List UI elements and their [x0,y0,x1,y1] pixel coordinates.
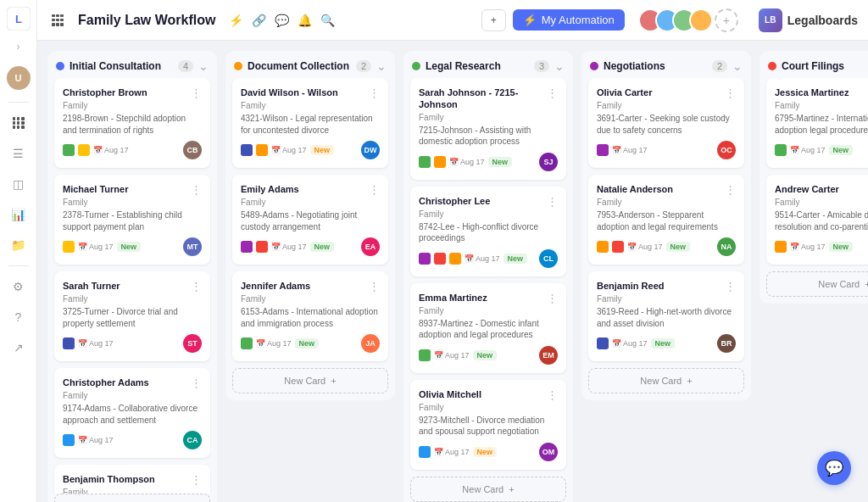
card-name: Natalie Anderson [597,183,721,195]
card-menu-icon[interactable]: ⋮ [725,86,736,99]
new-card-button[interactable]: New Card+ [232,368,388,393]
new-card-plus-icon: + [865,279,868,289]
card-header: Olivia Carter ⋮ [597,86,736,99]
column-negotiations: Negotiations 2 ⌄ Olivia Carter ⋮ Family … [581,51,751,400]
card-date: 📅 Aug 17 [434,448,470,456]
card-tag [419,446,431,458]
card-tag [775,241,787,253]
card-badge: New [829,242,854,252]
column-menu-icon[interactable]: ⌄ [198,59,209,73]
legalboards-brand: LB Legalboards [759,8,858,32]
card-menu-icon[interactable]: ⋮ [547,195,558,208]
link-icon[interactable]: 🔗 [252,14,266,27]
card-date: 📅 Aug 17 [256,339,292,348]
add-member-button[interactable]: + [715,8,738,32]
card-menu-icon[interactable]: ⋮ [547,388,558,401]
card[interactable]: Jessica Martinez ⋮ Family 6795-Martinez … [766,78,868,168]
card-tag [63,434,75,446]
card[interactable]: Christopher Lee ⋮ Family 8742-Lee - High… [410,187,566,276]
card-category: Family [419,403,558,412]
card-header: Andrew Carter ⋮ [775,183,868,196]
card[interactable]: Olivia Mitchell ⋮ Family 9273-Mitchell -… [410,380,566,470]
card[interactable]: Sarah Johnson - 7215-Johnson ⋮ Family 72… [410,78,566,180]
new-card-button[interactable]: New Card+ [410,477,566,502]
column-color-dot [412,62,420,70]
column-menu-icon[interactable]: ⌄ [732,59,743,73]
card-header: Jennifer Adams ⋮ [241,280,380,293]
card[interactable]: Christopher Adams ⋮ Family 9174-Adams - … [54,368,210,458]
card[interactable]: Benjamin Thompson ⋮ Family 1567-Thompson… [54,465,210,494]
card[interactable]: Benjamin Reed ⋮ Family 3619-Reed - High-… [588,271,744,361]
card-menu-icon[interactable]: ⋮ [369,183,380,196]
card-menu-icon[interactable]: ⋮ [191,183,202,196]
column-body: David Wilson - Wilson ⋮ Family 4321-Wils… [225,78,395,368]
card-menu-icon[interactable]: ⋮ [725,280,736,293]
automation-button[interactable]: ⚡ My Automation [513,9,625,31]
sidebar-icon-help[interactable]: ? [7,305,31,329]
column-header: Legal Research 3 ⌄ [403,51,573,78]
column-header: Initial Consultation 4 ⌄ [47,51,217,78]
card-name: Christopher Lee [419,195,543,207]
search-icon[interactable]: 🔍 [320,14,335,27]
card-date: 📅 Aug 17 [790,243,826,251]
sidebar-icon-exit[interactable]: ↗ [7,336,31,360]
card-category: Family [241,101,380,110]
card-name: Olivia Carter [597,86,721,98]
card-name: Jennifer Adams [241,280,365,292]
chat-support-button[interactable]: 💬 [817,451,851,485]
card-description: 7215-Johnson - Assisting with domestic a… [419,125,558,148]
card-header: Olivia Mitchell ⋮ [419,388,558,401]
sidebar-icon-settings[interactable]: ⚙ [7,275,31,298]
bell-icon[interactable]: 🔔 [298,14,312,27]
column-court-filings: Court Filings 1 ⌄ Jessica Martinez ⋮ Fam… [760,51,868,304]
card-menu-icon[interactable]: ⋮ [725,183,736,196]
new-card-button[interactable]: New Card+ [766,271,868,297]
card-menu-icon[interactable]: ⋮ [547,292,558,304]
card-menu-icon[interactable]: ⋮ [191,376,202,389]
card-category: Family [241,198,380,207]
column-menu-icon[interactable]: ⌄ [376,59,387,73]
card-menu-icon[interactable]: ⋮ [191,86,202,99]
column-menu-icon[interactable]: ⌄ [554,59,565,73]
sidebar-icon-folder[interactable]: 📁 [7,233,31,257]
card[interactable]: Christopher Brown ⋮ Family 2198-Brown - … [54,78,210,168]
card-menu-icon[interactable]: ⋮ [547,86,558,99]
card[interactable]: Olivia Carter ⋮ Family 3691-Carter - See… [588,78,744,168]
sidebar-icon-board[interactable]: ◫ [7,172,31,196]
card[interactable]: Sarah Turner ⋮ Family 3725-Turner - Divo… [54,271,210,361]
card-header: Christopher Brown ⋮ [63,86,202,99]
new-card-label: New Card [640,376,682,386]
card-menu-icon[interactable]: ⋮ [191,473,202,486]
card-header: Natalie Anderson ⋮ [597,183,736,196]
add-button[interactable]: + [481,9,506,31]
card[interactable]: Natalie Anderson ⋮ Family 7953-Anderson … [588,175,744,265]
sidebar-icon-list[interactable]: ☰ [7,142,31,165]
column-header: Document Collection 2 ⌄ [225,51,395,78]
card-description: 2378-Turner - Establishing child support… [63,209,202,232]
card-tag [597,337,609,349]
chat-icon[interactable]: 💬 [275,14,289,27]
card[interactable]: Andrew Carter ⋮ Family 9514-Carter - Ami… [766,175,868,265]
card-avatar: EA [361,237,380,256]
card[interactable]: Jennifer Adams ⋮ Family 6153-Adams - Int… [232,271,388,361]
card[interactable]: Emma Martinez ⋮ Family 8937-Martinez - D… [410,283,566,373]
card-footer: 📅 Aug 17 CB [63,141,202,159]
card-footer: 📅 Aug 17 New JA [241,334,380,353]
card-footer: 📅 Aug 17 New MT [63,237,202,256]
card[interactable]: Michael Turner ⋮ Family 2378-Turner - Es… [54,175,210,265]
new-card-button[interactable]: New Card+ [54,494,210,502]
card-menu-icon[interactable]: ⋮ [191,280,202,293]
sidebar-icon-chart[interactable]: 📊 [7,203,31,226]
new-card-button[interactable]: New Card+ [588,368,744,393]
sidebar-collapse-btn[interactable]: › [17,41,20,53]
card[interactable]: David Wilson - Wilson ⋮ Family 4321-Wils… [232,78,388,168]
card-menu-icon[interactable]: ⋮ [369,280,380,293]
card-menu-icon[interactable]: ⋮ [369,86,380,99]
card-tags: 📅 Aug 17 [597,144,648,156]
sidebar-icon-grid[interactable] [7,111,31,135]
card[interactable]: Emily Adams ⋮ Family 5489-Adams - Negoti… [232,175,388,265]
card-date: 📅 Aug 17 [465,254,500,263]
card-date: 📅 Aug 17 [449,158,485,166]
filter-icon[interactable]: ⚡ [229,14,243,27]
apps-grid-icon[interactable] [47,10,68,31]
